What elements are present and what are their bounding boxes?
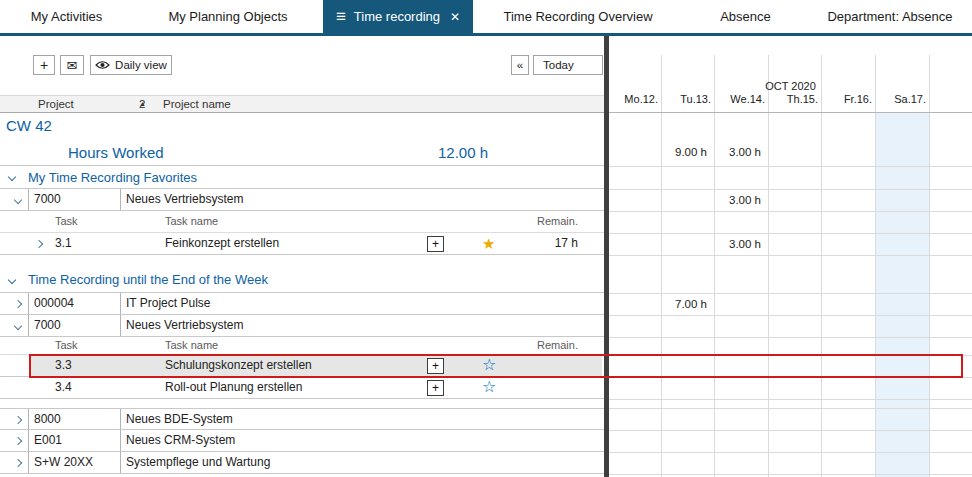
app-window: My Activities My Planning Objects ≡ Time… xyxy=(0,0,972,477)
eye-icon xyxy=(95,60,110,70)
grid-line xyxy=(929,55,930,477)
grid-line xyxy=(609,408,972,409)
daily-view-label: Daily view xyxy=(115,59,167,71)
task-code-cell: 3.4 xyxy=(55,377,72,398)
project-name-cell: Neues Vertriebsystem xyxy=(126,315,243,336)
add-time-entry-button[interactable]: + xyxy=(427,380,444,396)
add-time-entry-button[interactable]: + xyxy=(427,358,444,374)
menu-icon[interactable]: ≡ xyxy=(336,8,346,25)
grid-line xyxy=(875,55,876,477)
grid-line xyxy=(609,211,972,212)
grid-line xyxy=(609,337,972,338)
tab-time-recording-overview[interactable]: Time Recording Overview xyxy=(473,0,683,33)
day-header-we: We.14. xyxy=(714,93,765,106)
tab-department-absence[interactable]: Department: Absence xyxy=(808,0,972,33)
selected-row-background xyxy=(30,355,602,376)
expand-project-icon[interactable] xyxy=(14,459,22,467)
today-button[interactable]: Today xyxy=(533,55,603,75)
project-row-7000[interactable]: 7000 Neues Vertriebsystem xyxy=(0,315,604,337)
collapse-project-icon[interactable] xyxy=(14,322,22,330)
close-tab-icon[interactable]: ✕ xyxy=(450,11,460,23)
sort-ascending-icon: ▲ xyxy=(139,96,146,112)
grid-line xyxy=(609,255,972,256)
column-task: Task xyxy=(55,211,78,232)
expand-task-icon[interactable] xyxy=(35,240,43,248)
task-column-header: Task Task name Remain. xyxy=(0,337,604,355)
favorite-star-icon[interactable]: ★ xyxy=(482,236,495,251)
hours-worked-row: Hours Worked 12.00 h xyxy=(0,139,604,166)
section-favorites-title: My Time Recording Favorites xyxy=(28,166,197,189)
project-row-8000[interactable]: 8000 Neues BDE-System xyxy=(0,408,604,430)
column-remain: Remain. xyxy=(500,337,578,354)
section-end-of-week-title: Time Recording until the End of the Week xyxy=(28,267,268,293)
collapse-section-icon[interactable] xyxy=(8,276,16,284)
task-row-3-1[interactable]: 3.1 Feinkonzept erstellen + ★ 17 h xyxy=(0,233,604,255)
grid-line xyxy=(609,189,972,190)
collapse-section-icon[interactable] xyxy=(8,173,16,181)
calendar-panel: OCT 2020 Mo.12. Tu.13. We.14. Th.15. Fr.… xyxy=(609,36,972,477)
project-code-cell[interactable]: 8000 xyxy=(28,409,121,429)
tab-my-planning-objects[interactable]: My Planning Objects xyxy=(133,0,323,33)
tab-my-activities[interactable]: My Activities xyxy=(0,0,133,33)
month-label: OCT 2020 xyxy=(609,80,972,92)
hours-cell-fav-project-wednesday[interactable]: 3.00 h xyxy=(715,189,765,211)
expand-project-icon[interactable] xyxy=(14,416,22,424)
previous-week-button[interactable]: « xyxy=(511,55,529,75)
mail-button[interactable]: ✉ xyxy=(60,55,84,75)
add-time-entry-button[interactable]: + xyxy=(427,236,444,252)
project-code-cell[interactable]: 000004 xyxy=(28,293,121,314)
day-header-th: Th.15. xyxy=(768,93,818,106)
expand-project-icon[interactable] xyxy=(14,437,22,445)
project-code-cell[interactable]: S+W 20XX xyxy=(28,452,121,473)
project-row-sw20xx[interactable]: S+W 20XX Systempflege und Wartung xyxy=(0,452,604,474)
tab-time-recording[interactable]: ≡ Time recording ✕ xyxy=(323,0,473,33)
section-end-of-week[interactable]: Time Recording until the End of the Week xyxy=(0,267,604,293)
project-row-000004[interactable]: 000004 IT Project Pulse xyxy=(0,293,604,315)
grid-line xyxy=(609,315,972,316)
favorite-star-outline-icon[interactable]: ☆ xyxy=(482,379,496,395)
project-row-e001[interactable]: E001 Neues CRM-System xyxy=(0,430,604,452)
worklist-panel: + ✉ Daily view « Today Project 2▲ Projec… xyxy=(0,36,604,477)
task-row-3-3-selected[interactable]: 3.3 Schulungskonzept erstellen + ☆ xyxy=(0,355,604,377)
project-code-cell[interactable]: 7000 xyxy=(28,315,121,336)
project-code-cell[interactable]: 7000 xyxy=(28,189,121,210)
task-code-cell: 3.3 xyxy=(55,355,72,376)
add-button[interactable]: + xyxy=(33,55,55,75)
column-remain: Remain. xyxy=(500,211,578,232)
calendar-week-title: CW 42 xyxy=(6,117,52,134)
expand-project-icon[interactable] xyxy=(14,300,22,308)
column-project-name: Project name xyxy=(163,96,231,112)
collapse-project-icon[interactable] xyxy=(14,196,22,204)
panel-splitter[interactable] xyxy=(604,36,609,477)
project-row-favorite-7000[interactable]: 7000 Neues Vertriebsystem xyxy=(0,189,604,211)
grid-line xyxy=(609,166,972,167)
project-name-cell: Neues CRM-System xyxy=(126,430,235,451)
hours-cell-project1-tuesday[interactable]: 7.00 h xyxy=(661,293,711,315)
hours-cell-total-tuesday[interactable]: 9.00 h xyxy=(661,139,711,166)
day-header-mo: Mo.12. xyxy=(609,93,658,106)
table-column-header: Project 2▲ Project name xyxy=(0,95,604,113)
remaining-hours-cell: 17 h xyxy=(500,233,578,254)
grid-line xyxy=(609,377,972,378)
grid-line xyxy=(609,112,972,113)
hours-worked-total: 12.00 h xyxy=(438,139,488,166)
day-header-tu: Tu.13. xyxy=(661,93,711,106)
project-code-cell[interactable]: E001 xyxy=(28,430,121,451)
section-favorites[interactable]: My Time Recording Favorites xyxy=(0,166,604,189)
tab-absence[interactable]: Absence xyxy=(683,0,808,33)
hours-cell-total-wednesday[interactable]: 3.00 h xyxy=(715,139,765,166)
tab-time-recording-label: Time recording xyxy=(354,9,440,24)
daily-view-button[interactable]: Daily view xyxy=(90,55,172,75)
grid-line xyxy=(768,55,769,477)
tab-bar: My Activities My Planning Objects ≡ Time… xyxy=(0,0,972,36)
grid-line xyxy=(609,430,972,431)
column-task-name: Task name xyxy=(165,337,218,354)
grid-line xyxy=(609,399,972,400)
grid-line xyxy=(821,55,822,477)
hours-cell-fav-task-wednesday[interactable]: 3.00 h xyxy=(715,233,765,255)
grid-line xyxy=(609,474,972,475)
task-name-cell: Roll-out Planung erstellen xyxy=(165,377,302,398)
day-header-fr: Fr.16. xyxy=(821,93,872,106)
task-row-3-4[interactable]: 3.4 Roll-out Planung erstellen + ☆ xyxy=(0,377,604,399)
favorite-star-outline-icon[interactable]: ☆ xyxy=(482,357,496,373)
